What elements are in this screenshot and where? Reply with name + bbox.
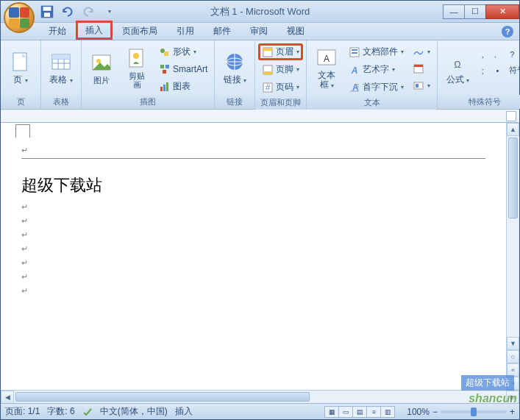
pages-button[interactable]: 页 ▾ (4, 42, 38, 93)
group-links-label: 链接 (215, 95, 254, 109)
minimize-button[interactable]: — (443, 4, 465, 19)
symbol-more[interactable]: 符号 (505, 63, 520, 78)
document-body-text[interactable]: 超级下载站 (21, 172, 485, 198)
tab-pagelayout[interactable]: 页面布局 (113, 21, 167, 40)
prev-page-icon[interactable]: « (507, 363, 519, 377)
wordart-icon: A (349, 64, 360, 76)
scroll-thumb[interactable] (508, 138, 518, 218)
smartart-button[interactable]: SmartArt (155, 61, 211, 77)
view-buttons: ▦ ▭ ▤ ≡ ▥ (325, 406, 395, 418)
status-page[interactable]: 页面: 1/1 (5, 405, 40, 418)
dropcap-button[interactable]: A首字下沉▾ (345, 79, 407, 96)
zoom-level[interactable]: 100% (407, 407, 430, 417)
group-text: A 文本框 ▾ 文档部件▾ A艺术字▾ A首字下沉▾ ▾ ▾ 文本 (307, 40, 438, 109)
hscroll-thumb[interactable] (15, 392, 310, 402)
header-button[interactable]: 页眉▾ (258, 43, 303, 60)
signature-icon (413, 46, 424, 57)
clipart-button[interactable]: 剪贴画 (120, 42, 154, 93)
group-symbols: Ω 公式 ▾ , 、 ? ; • 符号 特殊符号 (438, 40, 520, 109)
svg-text:Ω: Ω (455, 60, 461, 70)
tab-mail[interactable]: 邮件 (204, 21, 241, 40)
maximize-button[interactable]: ☐ (464, 4, 486, 19)
shapes-icon (159, 46, 171, 58)
ruler-toggle[interactable] (506, 111, 516, 121)
svg-rect-2 (44, 13, 50, 17)
tab-insert[interactable]: 插入 (76, 21, 113, 40)
spellcheck-icon[interactable] (82, 407, 93, 417)
view-outline[interactable]: ≡ (366, 406, 381, 418)
dropcap-icon: A (349, 82, 360, 93)
signature-button[interactable]: ▾ (409, 43, 434, 60)
quickparts-button[interactable]: 文档部件▾ (345, 43, 407, 60)
titlebar: ▾ 文档 1 - Microsoft Word — ☐ ✕ (1, 1, 519, 23)
tab-review[interactable]: 审阅 (241, 21, 277, 40)
status-wordcount[interactable]: 字数: 6 (47, 405, 74, 418)
tab-references[interactable]: 引用 (167, 21, 204, 40)
status-language[interactable]: 中文(简体，中国) (100, 405, 168, 418)
wordart-button[interactable]: A艺术字▾ (345, 61, 407, 78)
symbol-period[interactable]: 、 (491, 46, 504, 62)
symbol-bullet[interactable]: • (491, 63, 504, 78)
textbox-icon: A (315, 46, 338, 69)
browse-object-icon[interactable]: ○ (507, 350, 519, 363)
tab-home[interactable]: 开始 (39, 21, 76, 40)
footer-button[interactable]: 页脚▾ (258, 61, 303, 78)
object-button[interactable]: ▾ (409, 77, 434, 93)
next-page-icon[interactable]: » (507, 377, 519, 390)
vertical-scrollbar[interactable]: ▲ ▼ ○ « » (506, 123, 519, 390)
group-links: 链接 ▾ 链接 (215, 40, 255, 109)
links-button[interactable]: 链接 ▾ (218, 42, 252, 93)
ruler-horizontal[interactable] (1, 110, 519, 123)
chart-icon (159, 81, 171, 93)
zoom-slider[interactable] (441, 410, 507, 413)
horizontal-scrollbar[interactable]: ◀ ▶ (1, 390, 519, 403)
quick-access-toolbar: ▾ (39, 4, 117, 20)
symbol-comma[interactable]: , (476, 46, 489, 62)
status-insertmode[interactable]: 插入 (175, 405, 193, 418)
header-edit-zone[interactable]: ↵ (21, 138, 485, 159)
ribbon: 页 ▾ 页 表格 ▾ 表格 图片 剪贴画 (1, 40, 519, 110)
textbox-button[interactable]: A 文本框 ▾ (310, 42, 343, 93)
scroll-track[interactable] (507, 136, 519, 337)
pagenum-icon: # (262, 82, 274, 93)
redo-icon[interactable] (80, 4, 96, 20)
view-fullscreen[interactable]: ▭ (338, 406, 353, 418)
document-area: ↵ 超级下载站 ↵ ↵ ↵ ↵ ↵ ↵ ↵ ▲ ▼ ○ « » (1, 123, 519, 390)
shapes-button[interactable]: 形状▾ (155, 43, 211, 60)
hscroll-track[interactable] (14, 391, 506, 403)
pagenumber-button[interactable]: #页码▾ (258, 79, 303, 96)
close-button[interactable]: ✕ (485, 4, 519, 19)
datetime-button[interactable] (409, 60, 434, 76)
window-controls: — ☐ ✕ (444, 4, 519, 19)
tab-view[interactable]: 视图 (277, 21, 314, 40)
zoom-out-button[interactable]: − (432, 407, 438, 417)
scroll-left-icon[interactable]: ◀ (1, 391, 14, 404)
zoom-in-button[interactable]: + (510, 407, 515, 417)
view-web[interactable]: ▤ (352, 406, 367, 418)
scroll-down-icon[interactable]: ▼ (507, 337, 519, 350)
chart-button[interactable]: 图表 (155, 78, 211, 95)
scroll-right-icon[interactable]: ▶ (506, 391, 519, 404)
equation-button[interactable]: Ω 公式 ▾ (441, 42, 474, 93)
undo-icon[interactable] (60, 4, 76, 20)
smartart-icon (159, 63, 171, 75)
help-icon[interactable]: ? (502, 26, 513, 38)
footer-icon (262, 64, 274, 76)
save-icon[interactable] (39, 4, 55, 20)
scroll-up-icon[interactable]: ▲ (507, 123, 519, 136)
picture-button[interactable]: 图片 (85, 42, 118, 93)
page-container[interactable]: ↵ 超级下载站 ↵ ↵ ↵ ↵ ↵ ↵ ↵ (1, 123, 506, 390)
qat-customize-icon[interactable]: ▾ (101, 4, 117, 20)
group-tables-label: 表格 (41, 95, 81, 109)
svg-rect-9 (52, 54, 70, 59)
symbol-semicolon[interactable]: ; (476, 63, 489, 78)
header-tab-marker (15, 124, 30, 138)
svg-rect-35 (352, 49, 357, 51)
table-button[interactable]: 表格 ▾ (44, 42, 78, 93)
office-button[interactable] (4, 2, 35, 33)
view-draft[interactable]: ▥ (380, 406, 395, 418)
view-print-layout[interactable]: ▦ (324, 406, 339, 418)
symbol-question[interactable]: ? (505, 46, 519, 62)
zoom-thumb[interactable] (471, 407, 477, 416)
svg-point-13 (133, 53, 139, 59)
